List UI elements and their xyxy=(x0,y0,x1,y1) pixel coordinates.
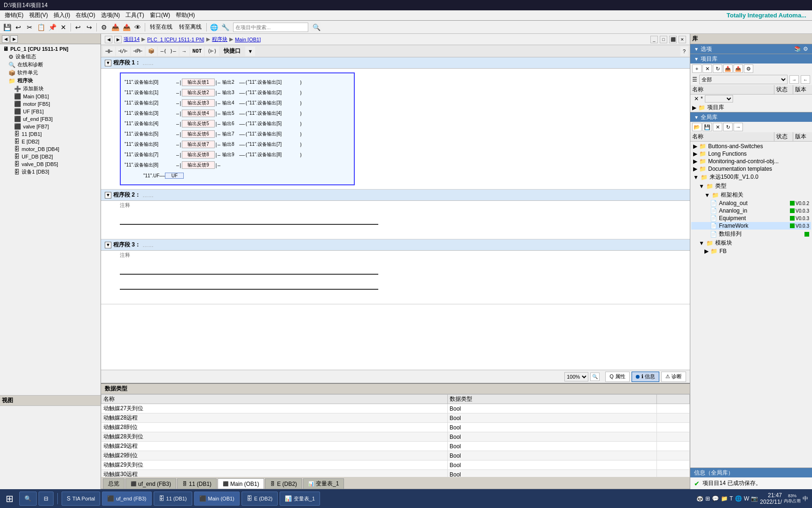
offline-label[interactable]: 转至离线 xyxy=(176,23,204,31)
breadcrumb-project[interactable]: 项目14 xyxy=(124,36,140,43)
download-button[interactable]: 📤 xyxy=(121,22,132,32)
global-lib-long-functions[interactable]: ▶ 📁 Long Functions xyxy=(691,150,811,158)
global-lib-analog-in[interactable]: 📄 Ananlog_in V0.0.3 xyxy=(691,207,811,214)
ladder-fb-btn[interactable]: 📦 xyxy=(146,47,157,56)
proj-lib-refresh-btn[interactable]: ↻ xyxy=(713,64,722,73)
global-lib-yuanlai[interactable]: ▼ 📁 来远1500库_V1.0.0 xyxy=(691,173,811,182)
tree-item-program-blocks[interactable]: 📁 程序块 xyxy=(1,77,100,85)
global-lib-framework[interactable]: 📄 FrameWork V0.0.3 xyxy=(691,222,811,230)
proj-lib-x-item[interactable]: ✕ * xyxy=(690,95,812,103)
tree-item-add-block[interactable]: ➕ 添加新块 xyxy=(1,85,100,93)
menu-window[interactable]: 窗口(W) xyxy=(147,10,173,20)
taskbar-uf-end[interactable]: ⬛ uf_end (FB3) xyxy=(102,492,151,506)
ladder-nc-btn[interactable]: ⊣/⊢ xyxy=(116,47,130,56)
tree-item-uf-end-fb3[interactable]: ⬛ uf_end [FB3] xyxy=(1,115,100,123)
breadcrumb-maximize[interactable]: ⬛ xyxy=(669,36,677,43)
table-row[interactable]: 动触媒30远程Bool xyxy=(102,470,690,477)
forward-button[interactable]: ↪ xyxy=(84,22,94,32)
project-lib-header[interactable]: ▼ 项目库 xyxy=(690,54,812,64)
load-button[interactable]: 📥 xyxy=(110,22,120,32)
menu-options[interactable]: 选项(N) xyxy=(98,10,123,20)
table-row[interactable]: 动触媒29到位Bool xyxy=(102,451,690,460)
global-lib-template-block[interactable]: ▼ 📁 模板块 xyxy=(691,238,811,247)
menu-help[interactable]: 帮助(H) xyxy=(173,10,198,20)
proj-lib-import-btn[interactable]: 📥 xyxy=(723,64,733,73)
tree-item-11-db1[interactable]: 🗄 11 [DB1] xyxy=(1,130,100,138)
ladder-branch-btn[interactable]: ⟨⊢⟩ xyxy=(205,47,219,56)
global-lib-framework-group[interactable]: ▼ 📁 框架相关 xyxy=(691,190,811,199)
left-panel-nav[interactable]: ▶ xyxy=(10,35,18,43)
ladder-contact-btn[interactable]: ⊣⊢ xyxy=(103,47,115,56)
table-row[interactable]: 动触媒28关到位Bool xyxy=(102,432,690,442)
tree-item-uf-fb1[interactable]: ⬛ UF [FB1] xyxy=(1,108,100,115)
tab-overview[interactable]: 总览 xyxy=(103,478,125,489)
taskbar-search[interactable]: 🔍 xyxy=(19,492,37,506)
online-label[interactable]: 转至在线 xyxy=(147,23,175,31)
ladder-coil-btn[interactable]: —( )— xyxy=(158,47,178,56)
table-row[interactable]: 动触媒28远程Bool xyxy=(102,413,690,423)
editor-help-btn[interactable]: ? xyxy=(680,47,688,56)
tree-item-device-config[interactable]: ⚙ 设备组态 xyxy=(1,53,100,61)
breadcrumb-program-blocks[interactable]: 程序块 xyxy=(212,36,227,43)
network-button[interactable]: 🌐 xyxy=(209,22,219,32)
undo-button[interactable]: ↩ xyxy=(13,22,23,32)
menu-view[interactable]: 视图(V) xyxy=(26,10,51,20)
tree-item-plc[interactable]: 🖥 PLC_1 [CPU 1511-1 PN] xyxy=(1,45,100,53)
selection-section-header[interactable]: ▼ 选项 📚 ⚙ xyxy=(690,44,812,54)
global-lib-fb[interactable]: ▶ 📁 FB xyxy=(691,247,811,255)
menu-undo[interactable]: 撤销(E) xyxy=(2,10,26,20)
tab-11-db1[interactable]: 🗄 11 (DB1) xyxy=(177,478,217,489)
proj-lib-export-btn[interactable]: 📤 xyxy=(734,64,743,73)
menu-online[interactable]: 在线(O) xyxy=(73,10,98,20)
proj-lib-delete-btn[interactable]: ✕ xyxy=(703,64,712,73)
breadcrumb-forward[interactable]: ▶ xyxy=(114,36,122,43)
save-button[interactable]: 💾 xyxy=(2,22,12,32)
ladder-pos-btn[interactable]: ⊣P⊢ xyxy=(131,47,145,56)
compile-button[interactable]: ⚙ xyxy=(99,22,109,32)
global-lib-documentation[interactable]: ▶ 📁 Documentation templates xyxy=(691,165,811,173)
segment-1-collapse[interactable]: ▼ xyxy=(105,60,111,66)
tree-item-e-db2[interactable]: 🗄 E [DB2] xyxy=(1,138,100,145)
global-lib-btn4[interactable]: ↻ xyxy=(723,123,733,131)
tree-item-online-diag[interactable]: 🔍 在线和诊断 xyxy=(1,61,100,69)
global-lib-buttons[interactable]: ▶ 📁 Buttons-and-Switches xyxy=(691,143,811,150)
monitor-button[interactable]: 👁 xyxy=(133,22,143,32)
delete-button[interactable]: ✕ xyxy=(58,22,69,32)
tree-item-motor-fb5[interactable]: ⬛ motor [FB5] xyxy=(1,100,100,108)
proj-lib-type-select[interactable] xyxy=(705,95,733,103)
global-lib-btn2[interactable]: 💾 xyxy=(703,123,712,131)
editor-collapse-btn[interactable]: ▼ xyxy=(245,47,255,56)
project-search-input[interactable] xyxy=(233,23,308,32)
device-button[interactable]: 🔧 xyxy=(220,22,230,32)
breadcrumb-back[interactable]: ◀ xyxy=(105,36,112,43)
taskbar-var-table[interactable]: 📊 变量表_1 xyxy=(280,492,320,506)
taskbar-siemens[interactable]: S TIA Portal xyxy=(62,492,100,506)
segment-2-collapse[interactable]: ▼ xyxy=(105,192,111,198)
taskbar-e-db2[interactable]: 🗄 E (DB2) xyxy=(242,492,278,506)
table-row[interactable]: 动触媒29关到位Bool xyxy=(102,460,690,470)
tab-e-db2[interactable]: 🗄 E (DB2) xyxy=(265,478,302,489)
info-btn[interactable]: ℹ 信息 xyxy=(632,372,659,382)
global-lib-equipment[interactable]: 📄 Equipment V0.0.3 xyxy=(691,214,811,222)
filter-arrow-right[interactable]: → xyxy=(789,75,799,84)
zoom-in[interactable]: 🔍 xyxy=(590,373,600,381)
global-lib-btn3[interactable]: ✕ xyxy=(713,123,722,131)
breadcrumb-main-ob1[interactable]: Main [OB1] xyxy=(235,37,261,42)
diag-btn[interactable]: ⚠ 诊断 xyxy=(661,372,686,382)
table-row[interactable]: 动触媒29远程Bool xyxy=(102,442,690,451)
tree-item-software-unit[interactable]: 📦 软件单元 xyxy=(1,69,100,77)
breadcrumb-plc[interactable]: PLC_1 [CPU 1511-1 PN] xyxy=(147,37,204,42)
ladder-not-btn[interactable]: NOT xyxy=(190,47,204,56)
filter-select[interactable]: 全部 xyxy=(699,75,788,84)
tree-item-valve-fb7[interactable]: ⬛ valve [FB7] xyxy=(1,123,100,130)
tree-item-motor-db4[interactable]: 🗄 motor_DB [DB4] xyxy=(1,145,100,153)
cut-button[interactable]: ✂ xyxy=(24,22,35,32)
global-lib-btn1[interactable]: 📂 xyxy=(692,123,702,131)
breadcrumb-close[interactable]: ✕ xyxy=(679,36,686,43)
segment-3-collapse[interactable]: ▼ xyxy=(105,242,111,248)
menu-insert[interactable]: 插入(I) xyxy=(51,10,73,20)
proj-lib-add-btn[interactable]: + xyxy=(692,64,702,73)
ladder-arrow-btn[interactable]: → xyxy=(180,47,189,56)
copy-button[interactable]: 📋 xyxy=(36,22,46,32)
tab-variable-table[interactable]: 📊 变量表_1 xyxy=(303,478,344,489)
